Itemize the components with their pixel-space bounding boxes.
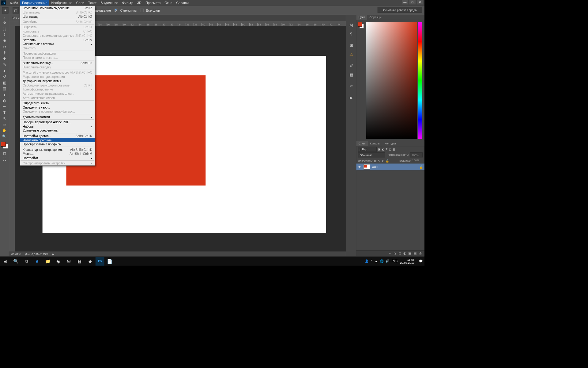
menu-item[interactable]: Назначить профиль... — [20, 138, 95, 142]
taskbar-photoshop-icon[interactable]: Ps — [96, 257, 104, 266]
tool-zoom[interactable]: 🔍 — [1, 134, 8, 139]
menu-item[interactable]: Определить узор... — [20, 105, 95, 109]
tab-color[interactable]: Цвет — [356, 15, 367, 20]
tool-shape[interactable]: ▭ — [1, 122, 8, 127]
fg-color-swatch[interactable] — [1, 142, 6, 147]
tool-hand[interactable]: ✋ — [1, 128, 8, 133]
taskbar-steam-icon[interactable]: ◆ — [85, 257, 96, 266]
task-view-icon[interactable]: ⧉ — [21, 257, 32, 266]
taskbar-app1-icon[interactable]: ▦ — [74, 257, 85, 266]
tool-healing[interactable]: ✚ — [1, 56, 8, 62]
double-arrow-icon[interactable]: » — [1, 16, 8, 20]
tab-layers[interactable]: Слои — [356, 141, 368, 146]
color-picker-field[interactable] — [366, 22, 417, 139]
tab-paths[interactable]: Контуры — [383, 141, 398, 146]
minimize-button[interactable]: — — [402, 0, 408, 4]
tool-gradient[interactable]: ▤ — [1, 86, 8, 91]
tool-brush[interactable]: ✎ — [1, 62, 8, 67]
tool-lasso[interactable]: ⌇ — [1, 32, 8, 38]
menu-item[interactable]: Специальная вставка▸ — [20, 42, 95, 46]
menu-окно[interactable]: Окно — [163, 0, 174, 6]
tool-preset-icon[interactable]: ✦ — [2, 7, 8, 13]
maximize-button[interactable]: □ — [409, 0, 416, 4]
taskbar-explorer-icon[interactable]: 📁 — [43, 257, 53, 266]
tool-dodge[interactable]: ◐ — [1, 98, 8, 103]
panel-icon-brush[interactable]: ✐ — [348, 63, 354, 69]
menu-item[interactable]: Отменить: Отменить выделениеCtrl+Z — [20, 6, 95, 10]
status-zoom[interactable]: 66,67% — [11, 252, 21, 255]
menu-item[interactable]: Определить кисть... — [20, 101, 95, 105]
tool-marquee[interactable]: ⬚ — [1, 26, 8, 32]
layer-new-icon[interactable]: ▤ — [413, 251, 417, 255]
close-button[interactable]: ✕ — [417, 0, 423, 4]
layer-mask-icon[interactable]: ◻ — [398, 251, 401, 255]
lock-transparent-icon[interactable]: ▦ — [374, 159, 377, 163]
layer-visibility-icon[interactable]: 👁 — [358, 165, 362, 169]
menu-item[interactable]: Меню...Alt+Shift+Ctrl+M — [20, 151, 95, 156]
start-button[interactable]: ⊞ — [0, 257, 11, 266]
layer-link-icon[interactable]: ⚭ — [388, 251, 391, 255]
menu-item[interactable]: Настройки▸ — [20, 156, 95, 160]
menu-item[interactable]: Удалить из памяти▸ — [20, 115, 95, 119]
ruler-corner[interactable] — [9, 21, 15, 26]
tool-crop[interactable]: ✂ — [1, 44, 8, 50]
menu-файл[interactable]: Файл — [8, 0, 20, 6]
tool-eyedropper[interactable]: ⁋ — [1, 50, 8, 56]
panel-icon-play[interactable]: ▶ — [348, 94, 354, 101]
filter-type-icon[interactable]: T — [386, 148, 388, 151]
tool-stamp[interactable]: ▲ — [1, 68, 8, 74]
color-picker[interactable] — [366, 22, 422, 139]
tool-pen[interactable]: ✒ — [1, 104, 8, 109]
lock-all-icon[interactable]: 🔒 — [386, 159, 389, 163]
menu-item[interactable]: Шаг назадAlt+Ctrl+Z — [20, 14, 95, 19]
opacity-input[interactable]: 100% — [410, 152, 423, 157]
taskbar-mail-icon[interactable]: ✉ — [64, 257, 74, 266]
blend-mode-dropdown[interactable]: Обычные — [358, 152, 385, 157]
panel-fg-swatch[interactable] — [358, 22, 362, 26]
menu-3d[interactable]: 3D — [135, 0, 144, 6]
menu-item[interactable]: Настройка цветов...Shift+Ctrl+K — [20, 134, 95, 138]
menu-редактирование[interactable]: Редактирование — [20, 0, 49, 6]
tool-screen-mode[interactable]: ⛶ — [1, 156, 8, 162]
tray-notifications-icon[interactable]: 💬 — [419, 259, 423, 263]
layer-fx-icon[interactable]: fx — [394, 251, 396, 255]
menu-item[interactable]: Преобразовать в профиль... — [20, 142, 95, 146]
tray-people-icon[interactable]: 👤 — [365, 259, 368, 263]
menu-выделение[interactable]: Выделение — [99, 0, 120, 6]
filter-smart-icon[interactable]: ▦ — [393, 148, 395, 151]
tray-volume-icon[interactable]: 🔊 — [386, 259, 389, 263]
menu-item[interactable]: Выполнить заливку...Shift+F5 — [20, 61, 95, 65]
layer-adjustment-icon[interactable]: ◐ — [403, 251, 406, 255]
menu-item[interactable]: Клавиатурные сокращения...Alt+Shift+Ctrl… — [20, 148, 95, 152]
panel-icon-glyphs[interactable]: ⊞ — [348, 42, 354, 48]
menu-фильтр[interactable]: Фильтр — [120, 0, 135, 6]
menu-item[interactable]: ВставитьCtrl+V — [20, 38, 95, 42]
contiguous-checkbox[interactable]: ✓ — [115, 9, 118, 12]
tray-clock[interactable]: 15:58 22.05.2019 — [400, 258, 417, 264]
search-icon[interactable]: 🔍 — [11, 257, 21, 266]
tab-swatches[interactable]: Образцы — [367, 15, 384, 20]
color-picker-hue[interactable] — [418, 22, 422, 139]
tool-history-brush[interactable]: ↺ — [1, 74, 8, 79]
layer-filter-dropdown[interactable]: ρ Вид — [358, 147, 377, 152]
tray-network-icon[interactable]: 🌐 — [380, 259, 383, 263]
layer-delete-icon[interactable]: 🗑 — [419, 251, 422, 255]
menu-item[interactable]: Наборы параметров Adobe PDF... — [20, 120, 95, 124]
menu-item[interactable]: Деформация перспективы — [20, 79, 95, 83]
color-swatches[interactable] — [1, 142, 8, 149]
panel-color-swatches[interactable] — [358, 22, 364, 28]
tray-cloud-icon[interactable]: ☁ — [375, 259, 378, 263]
panel-icon-swatches2[interactable]: ▦ — [348, 71, 354, 78]
menu-слои[interactable]: Слои — [74, 0, 86, 6]
ruler-vertical[interactable] — [9, 26, 15, 251]
workspace-switcher[interactable]: Основная рабочая среда — [378, 7, 422, 13]
filter-adjust-icon[interactable]: ◐ — [382, 148, 384, 151]
tab-channels[interactable]: Каналы — [368, 141, 383, 146]
taskbar-app2-icon[interactable]: 📄 — [104, 257, 115, 266]
menu-текст[interactable]: Текст — [86, 0, 99, 6]
status-doc-info[interactable]: Док: 6,59M/2,75M — [25, 252, 48, 255]
menu-справка[interactable]: Справка — [174, 0, 191, 6]
layer-group-icon[interactable]: ▣ — [408, 251, 411, 255]
taskbar-edge-icon[interactable]: e — [32, 257, 43, 266]
lock-paint-icon[interactable]: ✎ — [378, 159, 380, 163]
